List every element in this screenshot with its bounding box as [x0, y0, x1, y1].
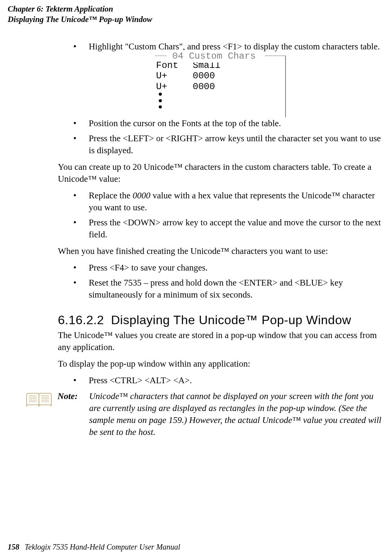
row-value: 0000 — [193, 71, 215, 81]
bullet-text: Press <CTRL> <ALT> <A>. — [89, 374, 382, 386]
body-paragraph: The Unicode™ values you create are store… — [58, 329, 382, 353]
box-border-top-left — [155, 56, 166, 56]
bullet-marker: • — [73, 41, 89, 52]
bullet-list-3: • Replace the 0000 value with a hex valu… — [73, 189, 382, 240]
bullet-text: Press the <DOWN> arrow key to accept the… — [89, 217, 382, 240]
book-icon — [25, 391, 53, 409]
section-heading: 6.16.2.2Displaying The Unicode™ Pop-up W… — [58, 312, 382, 328]
bullet-text: Reset the 7535 – press and hold down the… — [89, 277, 382, 301]
page-header: Chapter 6: Tekterm Application Displayin… — [0, 0, 392, 25]
section-line: Displaying The Unicode™ Pop-up Window — [8, 14, 392, 25]
custom-chars-content: Font Small U+ 0000 U+ 0000 • • • — [155, 56, 286, 113]
bullet-marker: • — [73, 262, 89, 274]
chapter-line: Chapter 6: Tekterm Application — [8, 4, 392, 14]
bullet-text: Press the <LEFT> or <RIGHT> arrow keys u… — [89, 132, 382, 156]
list-item: • Press the <DOWN> arrow key to accept t… — [73, 217, 382, 240]
section-number: 6.16.2.2 — [58, 313, 104, 327]
manual-title: Teklogix 7535 Hand-Held Computer User Ma… — [25, 543, 180, 551]
text-prefix: Replace the — [89, 191, 133, 200]
bullet-list-4: • Press <F4> to save your changes. • Res… — [73, 262, 382, 301]
bullet-marker: • — [73, 117, 89, 129]
text-italic: 0000 — [133, 191, 150, 200]
page-number: 158 — [8, 543, 19, 551]
note-text: Unicode™ characters that cannot be displ… — [89, 390, 382, 438]
table-row: U+ 0000 — [156, 81, 284, 92]
bullet-marker: • — [73, 189, 89, 213]
custom-chars-title: 04 Custom Chars — [170, 50, 258, 63]
list-item: • Press <CTRL> <ALT> <A>. — [73, 374, 382, 386]
ellipsis-dot: • — [156, 98, 284, 105]
box-border-right — [285, 56, 286, 117]
note-label: Note: — [57, 390, 89, 402]
bullet-list-5: • Press <CTRL> <ALT> <A>. — [73, 374, 382, 386]
bullet-text: Replace the 0000 value with a hex value … — [89, 189, 382, 213]
page-footer: 158Teklogix 7535 Hand-Held Computer User… — [8, 543, 180, 552]
bullet-marker: • — [73, 374, 89, 386]
row-value: 0000 — [193, 81, 215, 92]
bullet-text: Position the cursor on the Fonts at the … — [89, 117, 382, 129]
box-border-top-right — [265, 56, 286, 56]
body-paragraph: When you have finished creating the Unic… — [58, 245, 382, 257]
section-title: Displaying The Unicode™ Pop-up Window — [111, 313, 351, 327]
bullet-list-2: • Position the cursor on the Fonts at th… — [73, 117, 382, 156]
list-item: • Press the <LEFT> or <RIGHT> arrow keys… — [73, 132, 382, 156]
bullet-marker: • — [73, 217, 89, 240]
bullet-marker: • — [73, 277, 89, 301]
list-item: • Replace the 0000 value with a hex valu… — [73, 189, 382, 213]
ellipsis-dot: • — [156, 92, 284, 98]
bullet-text: Press <F4> to save your changes. — [89, 262, 382, 274]
note-block: Note: Unicode™ characters that cannot be… — [25, 390, 382, 438]
body-paragraph: To display the pop-up window within any … — [58, 358, 382, 370]
table-row: U+ 0000 — [156, 71, 284, 81]
ellipsis-dot: • — [156, 105, 284, 111]
page-content: • Highlight "Custom Chars", and press <F… — [0, 25, 392, 438]
list-item: • Press <F4> to save your changes. — [73, 262, 382, 274]
row-label: U+ — [156, 71, 193, 81]
body-paragraph: You can create up to 20 Unicode™ charact… — [58, 161, 382, 185]
list-item: • Reset the 7535 – press and hold down t… — [73, 277, 382, 301]
list-item: • Position the cursor on the Fonts at th… — [73, 117, 382, 129]
custom-chars-panel: 04 Custom Chars Font Small U+ 0000 U+ 00… — [155, 56, 286, 113]
bullet-marker: • — [73, 132, 89, 156]
